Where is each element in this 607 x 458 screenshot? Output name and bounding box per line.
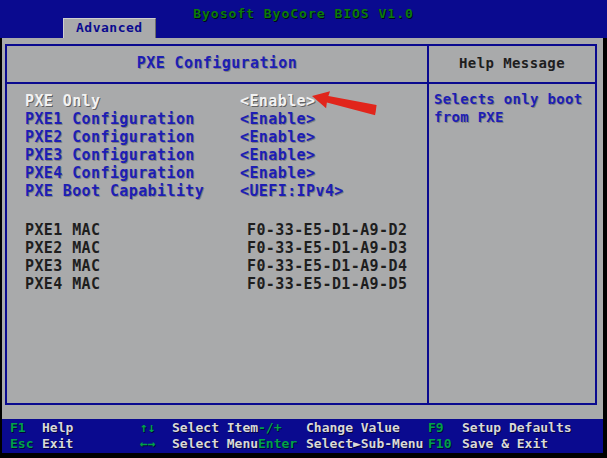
key-f1: F1 <box>10 420 42 436</box>
section-title: PXE Configuration <box>7 46 427 82</box>
shortcut-action: Exit <box>42 436 73 451</box>
setting-row-pxe4-configuration[interactable]: PXE4 Configuration <Enable> <box>7 164 427 182</box>
setting-value[interactable]: <Enable> <box>240 110 315 128</box>
titlebar: Byosoft ByoCore BIOS V1.0 Advanced <box>0 0 607 38</box>
setting-label: PXE Boot Capability <box>25 182 240 200</box>
shortcut-action: Change Value <box>306 420 400 435</box>
settings-list: PXE Only <Enable> PXE1 Configuration <En… <box>7 84 427 403</box>
mac-value: F0-33-E5-D1-A9-D4 <box>247 257 407 275</box>
panel-body: PXE Only <Enable> PXE1 Configuration <En… <box>7 84 595 403</box>
help-message-text: Selects only boot from PXE <box>427 84 595 403</box>
shortcut-action: Select►Sub-Menu <box>306 436 423 451</box>
setting-label: PXE Only <box>25 92 240 110</box>
mac-value: F0-33-E5-D1-A9-D2 <box>247 221 407 239</box>
shortcut-updown-select-item: ↑↓Select Item <box>140 420 258 436</box>
setting-value[interactable]: <Enable> <box>240 164 315 182</box>
panel-header: PXE Configuration Help Message <box>7 46 595 84</box>
shortcut-f1-help: F1Help <box>10 420 140 436</box>
setting-label: PXE4 Configuration <box>25 164 240 182</box>
left-right-arrows-icon: ←→ <box>140 436 172 452</box>
setting-row-pxe-boot-capability[interactable]: PXE Boot Capability <UEFI:IPv4> <box>7 182 427 200</box>
shortcut-action: Select Menu <box>172 436 258 451</box>
mac-label: PXE4 MAC <box>25 275 247 293</box>
key-f9: F9 <box>428 420 462 436</box>
key-minus-plus: -/+ <box>258 420 306 436</box>
shortcut-bar: F1Help EscExit ↑↓Select Item ←→Select Me… <box>2 419 603 453</box>
info-row-pxe3-mac: PXE3 MAC F0-33-E5-D1-A9-D4 <box>7 257 427 275</box>
mac-label: PXE3 MAC <box>25 257 247 275</box>
key-enter: Enter <box>258 436 306 452</box>
shortcut-f9-setup-defaults: F9Setup Defaults <box>428 420 603 436</box>
shortcut-enter-submenu: EnterSelect►Sub-Menu <box>258 436 428 452</box>
help-message-title: Help Message <box>427 46 595 82</box>
info-row-pxe1-mac: PXE1 MAC F0-33-E5-D1-A9-D2 <box>7 221 427 239</box>
shortcut-f10-save-exit: F10Save & Exit <box>428 436 603 452</box>
setting-value[interactable]: <UEFI:IPv4> <box>240 182 344 200</box>
shortcut-action: Help <box>42 420 73 435</box>
setting-label: PXE2 Configuration <box>25 128 240 146</box>
setting-value[interactable]: <Enable> <box>240 128 315 146</box>
setting-row-pxe3-configuration[interactable]: PXE3 Configuration <Enable> <box>7 146 427 164</box>
shortcut-minusplus-change-value: -/+Change Value <box>258 420 428 436</box>
up-down-arrows-icon: ↑↓ <box>140 420 172 436</box>
pxe-configuration-panel: PXE Configuration Help Message PXE Only … <box>5 44 597 405</box>
mac-label: PXE1 MAC <box>25 221 247 239</box>
setting-row-pxe2-configuration[interactable]: PXE2 Configuration <Enable> <box>7 128 427 146</box>
mac-label: PXE2 MAC <box>25 239 247 257</box>
setting-value[interactable]: <Enable> <box>240 146 315 164</box>
setting-value[interactable]: <Enable> <box>240 92 315 110</box>
info-row-pxe2-mac: PXE2 MAC F0-33-E5-D1-A9-D3 <box>7 239 427 257</box>
mac-value: F0-33-E5-D1-A9-D5 <box>247 275 407 293</box>
setting-label: PXE1 Configuration <box>25 110 240 128</box>
mac-value: F0-33-E5-D1-A9-D3 <box>247 239 407 257</box>
tab-advanced[interactable]: Advanced <box>63 18 156 38</box>
shortcut-esc-exit: EscExit <box>10 436 140 452</box>
bios-screen: Byosoft ByoCore BIOS V1.0 Advanced PXE C… <box>0 0 607 458</box>
shortcut-action: Select Item <box>172 420 258 435</box>
info-row-pxe4-mac: PXE4 MAC F0-33-E5-D1-A9-D5 <box>7 275 427 293</box>
shortcut-leftright-select-menu: ←→Select Menu <box>140 436 258 452</box>
spacer <box>7 200 427 221</box>
key-esc: Esc <box>10 436 42 452</box>
setting-label: PXE3 Configuration <box>25 146 240 164</box>
shortcut-action: Save & Exit <box>462 436 548 451</box>
key-f10: F10 <box>428 436 462 452</box>
shortcut-action: Setup Defaults <box>462 420 572 435</box>
